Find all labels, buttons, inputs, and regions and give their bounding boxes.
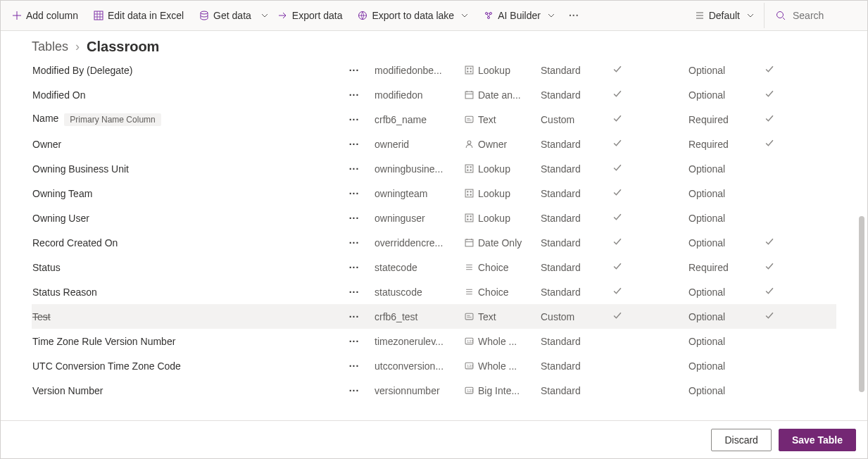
row-more-button[interactable]: ···: [334, 181, 374, 206]
table-row[interactable]: Time Zone Rule Version Number···timezone…: [32, 329, 836, 353]
breadcrumb-root[interactable]: Tables: [32, 39, 68, 54]
schema-name: owninguser: [374, 206, 464, 230]
edit-excel-label: Edit data in Excel: [108, 10, 184, 21]
category: Standard: [540, 353, 612, 378]
lookup-type-icon: [465, 189, 474, 198]
row-more-button[interactable]: ···: [334, 378, 374, 403]
chevron-down-icon: [461, 12, 468, 19]
number-type-icon: [465, 386, 474, 395]
table-row[interactable]: Record Created On···overriddencre...Date…: [32, 230, 836, 255]
searchable-check: [764, 107, 836, 132]
check-icon: [765, 65, 774, 74]
ai-builder-label: AI Builder: [498, 10, 541, 21]
column-display-name: Version Number: [32, 378, 334, 403]
get-data-label: Get data: [213, 10, 251, 21]
view-selector[interactable]: Default: [688, 3, 761, 28]
scrollbar-track[interactable]: [857, 33, 866, 419]
searchable-check: [764, 329, 836, 353]
overflow-button[interactable]: ···: [563, 3, 585, 28]
table-row[interactable]: Owning User···owninguserLookupStandardOp…: [32, 206, 836, 230]
export-lake-button[interactable]: Export to data lake: [351, 3, 475, 28]
edit-excel-button[interactable]: Edit data in Excel: [87, 3, 191, 28]
data-type: Date an...: [464, 82, 540, 107]
table-row[interactable]: Owning Team···owningteamLookupStandardOp…: [32, 181, 836, 206]
row-more-button[interactable]: ···: [334, 206, 374, 230]
managed-check: [612, 329, 688, 353]
row-more-button[interactable]: ···: [334, 132, 374, 156]
schema-name: modifiedon: [374, 82, 464, 107]
row-more-button[interactable]: ···: [334, 82, 374, 107]
row-more-button[interactable]: ···: [334, 353, 374, 378]
row-more-button[interactable]: ···: [334, 107, 374, 132]
category: Standard: [540, 181, 612, 206]
managed-check: [612, 230, 688, 255]
add-column-button[interactable]: Add column: [5, 3, 85, 28]
get-data-button[interactable]: Get data: [192, 3, 258, 28]
command-bar: Add column Edit data in Excel Get data E…: [1, 1, 867, 31]
category: Standard: [540, 378, 612, 403]
table-row[interactable]: NamePrimary Name Column···crfb6_nameText…: [32, 107, 836, 132]
get-data-chevron[interactable]: [260, 3, 270, 28]
column-display-name: Modified By (Delegate): [32, 58, 334, 82]
owner-type-icon: [465, 139, 474, 149]
data-type: Whole ...: [464, 353, 540, 378]
table-row[interactable]: Version Number···versionnumberBig Inte..…: [32, 378, 836, 403]
export-data-label: Export data: [292, 10, 343, 21]
required-level: Optional: [688, 329, 764, 353]
row-more-button[interactable]: ···: [334, 304, 374, 329]
row-more-button[interactable]: ···: [334, 156, 374, 181]
discard-button[interactable]: Discard: [711, 429, 771, 451]
table-row[interactable]: Status···statecodeChoiceStandardRequired: [32, 255, 836, 279]
table-row[interactable]: UTC Conversion Time Zone Code···utcconve…: [32, 353, 836, 378]
searchable-check: [764, 181, 836, 206]
table-row[interactable]: Test···crfb6_testTextCustomOptional: [32, 304, 836, 329]
table-row[interactable]: Modified By (Delegate)···modifiedonbe...…: [32, 58, 836, 82]
check-icon: [765, 139, 774, 148]
table-row[interactable]: Owner···owneridOwnerStandardRequired: [32, 132, 836, 156]
category: Standard: [540, 279, 612, 304]
searchable-check: [764, 304, 836, 329]
table-row[interactable]: Owning Business Unit···owningbusine...Lo…: [32, 156, 836, 181]
data-type: Whole ...: [464, 329, 540, 353]
footer-bar: Discard Save Table: [1, 420, 867, 458]
searchable-check: [764, 156, 836, 181]
svg-point-1: [201, 11, 208, 14]
check-icon: [612, 65, 622, 74]
check-icon: [612, 163, 622, 172]
data-type: Lookup: [464, 206, 540, 230]
check-icon: [765, 237, 774, 246]
text-type-icon: [465, 312, 474, 321]
number-type-icon: [465, 337, 474, 346]
database-icon: [199, 11, 209, 20]
column-display-name: Owning User: [32, 206, 334, 230]
check-icon: [612, 114, 622, 123]
breadcrumb-separator: ›: [75, 39, 80, 54]
row-more-button[interactable]: ···: [334, 255, 374, 279]
search-box[interactable]: [767, 3, 863, 28]
required-level: Optional: [688, 82, 764, 107]
category: Standard: [540, 156, 612, 181]
svg-point-5: [488, 17, 490, 19]
column-display-name: Test: [32, 304, 334, 329]
export-data-button[interactable]: Export data: [271, 3, 350, 28]
scrollbar-thumb[interactable]: [859, 216, 864, 392]
column-display-name: Owning Team: [32, 181, 334, 206]
search-input[interactable]: [791, 9, 855, 22]
save-table-button[interactable]: Save Table: [779, 429, 856, 451]
row-more-button[interactable]: ···: [334, 329, 374, 353]
data-type: Lookup: [464, 156, 540, 181]
check-icon: [612, 287, 622, 296]
row-more-button[interactable]: ···: [334, 279, 374, 304]
row-more-button[interactable]: ···: [334, 230, 374, 255]
managed-check: [612, 378, 688, 403]
ai-builder-button[interactable]: AI Builder: [477, 3, 562, 28]
date-type-icon: [465, 90, 474, 99]
check-icon: [765, 287, 774, 296]
check-icon: [612, 262, 622, 271]
managed-check: [612, 58, 688, 82]
row-more-button[interactable]: ···: [334, 58, 374, 82]
table-row[interactable]: Modified On···modifiedonDate an...Standa…: [32, 82, 836, 107]
column-display-name: Status: [32, 255, 334, 279]
table-row[interactable]: Status Reason···statuscodeChoiceStandard…: [32, 279, 836, 304]
datalake-icon: [358, 11, 367, 20]
